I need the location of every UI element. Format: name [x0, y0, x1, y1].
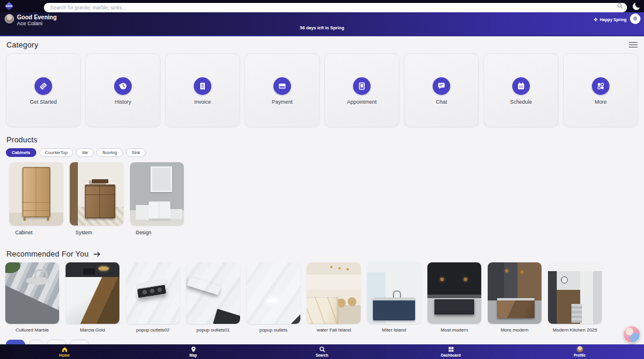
category-card-more[interactable]: More [563, 53, 638, 127]
recommended-image-modern-kitchen-2025 [548, 262, 602, 324]
filter-chip-cabinets[interactable]: Cabinets [6, 148, 36, 157]
recommended-image-popup-outlets02 [126, 262, 180, 324]
recommended-image-water-fall-island [307, 262, 361, 324]
nav-label: Search [316, 353, 328, 357]
recommended-card[interactable]: Most modern [427, 262, 481, 333]
recommended-card[interactable]: water Fall Island [307, 262, 361, 333]
nav-label: Profile [574, 353, 585, 357]
recommended-card[interactable]: Miter Island [367, 262, 421, 333]
filter-chip-flooring[interactable]: flooring [97, 148, 123, 157]
product-label: System [70, 230, 124, 235]
nav-label: Home [59, 353, 70, 357]
category-card-appointment[interactable]: Appointment [324, 53, 399, 127]
handshake-icon [35, 77, 52, 95]
product-card-design[interactable]: Design [130, 162, 184, 235]
nav-item-profile[interactable]: Profile [515, 344, 644, 359]
recommended-image-miter-island [367, 262, 421, 324]
product-image-system [70, 162, 124, 225]
recommended-label: popup outlets [246, 327, 300, 333]
recommended-label: Modern Kitchen 2025 [548, 327, 602, 333]
recommended-card[interactable]: Cultured Marble [5, 262, 59, 333]
recommended-label: More modern [488, 327, 542, 333]
app-logo-icon [4, 1, 14, 11]
category-label: Chat [436, 99, 447, 105]
product-image-design [130, 162, 184, 225]
recommended-image-popup-outlets01 [186, 262, 240, 324]
menu-icon[interactable] [629, 41, 638, 49]
product-list: Cabinet System Design [9, 162, 644, 235]
category-label: Get Started [30, 99, 57, 105]
recommended-label: Cultured Marble [5, 327, 59, 333]
search-input[interactable] [44, 3, 627, 12]
dashboard-grid-icon [448, 346, 454, 353]
flower-icon [594, 18, 598, 22]
category-label: History [115, 99, 131, 105]
moon-icon [632, 2, 641, 11]
tablet-calendar-icon [353, 77, 371, 95]
category-card-get-started[interactable]: Get Started [6, 53, 81, 127]
category-card-chat[interactable]: Chat [404, 53, 479, 127]
product-label: Design [130, 230, 184, 235]
bottom-nav: Home Map Search Dashboard Profile [0, 344, 644, 359]
chat-bubble-icon [433, 77, 450, 95]
dark-mode-toggle[interactable] [632, 2, 641, 11]
nav-item-dashboard[interactable]: Dashboard [386, 344, 515, 359]
recommended-card[interactable]: popup outlets [246, 262, 300, 333]
recommended-label: popup outlets01 [186, 327, 240, 333]
category-label: Invoice [194, 99, 211, 105]
category-card-payment[interactable]: Payment [245, 53, 320, 127]
category-grid: Get Started History Invoice [6, 53, 638, 127]
filter-chip-sink[interactable]: Sink [126, 148, 146, 157]
assistant-avatar-button[interactable] [623, 326, 640, 343]
notifications-button[interactable] [630, 13, 640, 24]
recommended-image-more-modern [488, 262, 542, 324]
recommended-card[interactable]: Marcia Gold [66, 262, 119, 333]
category-label: Appointment [347, 99, 377, 105]
receipt-icon [194, 77, 211, 95]
recommended-label: Marcia Gold [66, 327, 119, 333]
recommended-list: Cultured Marble Marcia Gold popup outlet… [5, 262, 644, 333]
category-card-schedule[interactable]: Schedule [484, 53, 559, 127]
profile-avatar [577, 346, 583, 353]
header-band: Good Evening Ace Colani 56 days left in … [0, 12, 644, 36]
season-badge-label: Happy Spring [600, 18, 626, 22]
search-bar [44, 1, 627, 11]
grid-more-icon [592, 77, 609, 95]
recommended-card[interactable]: popup outlets01 [186, 262, 240, 333]
nav-item-home[interactable]: Home [0, 344, 129, 359]
credit-card-icon [273, 77, 291, 95]
filter-chip-tile[interactable]: tile [76, 148, 94, 157]
nav-item-map[interactable]: Map [129, 344, 258, 359]
recommended-title: Recommended For You [6, 249, 88, 258]
product-label: Cabinet [9, 230, 63, 235]
category-card-history[interactable]: History [85, 53, 160, 127]
product-card-system[interactable]: System [70, 162, 124, 235]
recommended-card[interactable]: popup outlets02 [126, 262, 180, 333]
arrow-right-icon[interactable] [93, 251, 101, 258]
nav-item-search[interactable]: Search [258, 344, 386, 359]
recommended-card[interactable]: Modern Kitchen 2025 [548, 262, 602, 333]
recommended-card[interactable]: More modern [488, 262, 542, 333]
calendar-grid-icon [512, 77, 530, 95]
recommended-label: Most modern [427, 327, 481, 333]
season-days-left: 56 days left in Spring [300, 25, 344, 30]
recommended-image-most-modern [427, 262, 481, 324]
product-image-cabinet [9, 162, 63, 225]
user-avatar[interactable] [5, 14, 14, 23]
user-block: Good Evening Ace Colani [5, 14, 57, 26]
recommended-label: Miter Island [367, 327, 421, 333]
category-label: Payment [272, 99, 293, 105]
category-title: Category [6, 40, 38, 49]
recommended-image-cultured-marble [5, 262, 59, 324]
nav-label: Dashboard [441, 353, 461, 357]
search-icon [617, 3, 623, 9]
product-card-cabinet[interactable]: Cabinet [9, 162, 63, 235]
recommended-image-popup-outlets [246, 262, 300, 324]
search-icon [319, 346, 326, 353]
products-title: Products [6, 135, 37, 144]
filter-chip-countertop[interactable]: CounterTop [39, 148, 74, 157]
category-card-invoice[interactable]: Invoice [165, 53, 240, 127]
category-label: Schedule [510, 99, 532, 105]
main-content: Category Get Started History [0, 37, 644, 344]
recommended-image-marcia-gold [66, 262, 119, 324]
